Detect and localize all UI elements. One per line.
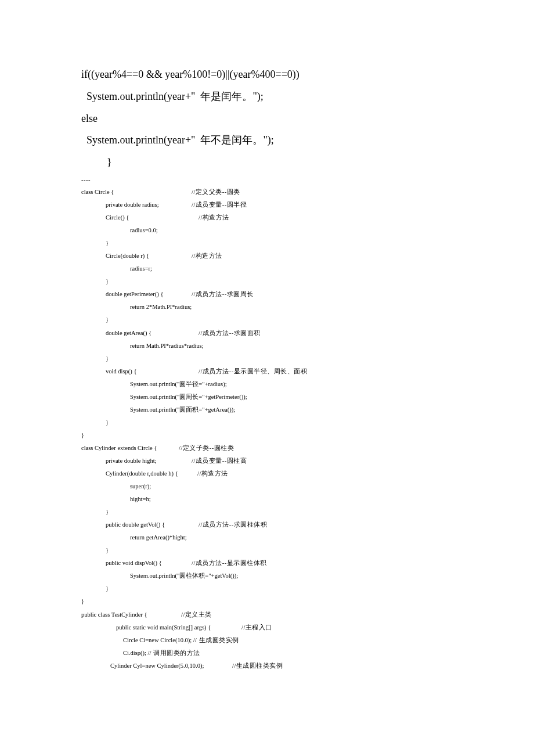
code-line: class Circle {//定义父类--圆类 xyxy=(81,186,453,199)
code-line: class Cylinder extends Circle {//定义子类--圆… xyxy=(81,442,453,455)
code-line: } xyxy=(106,506,453,519)
document-page: if((year%4==0 && year%100!=0)||(year%400… xyxy=(0,0,534,730)
code-line: private double radius;//成员变量--圆半径 xyxy=(106,199,453,211)
code-line: public double getVol() {//成员方法--求圆柱体积 xyxy=(106,519,453,531)
code-line: } xyxy=(106,352,453,365)
code-line: return getArea()*hight; xyxy=(130,531,453,544)
code-line: Circle(double r) {//构造方法 xyxy=(106,250,453,262)
code-line: System.out.println(year+" 年是闰年。"); xyxy=(81,86,453,108)
code-line: if((year%4==0 && year%100!=0)||(year%400… xyxy=(81,64,453,86)
code-line: public void dispVol() {//成员方法--显示圆柱体积 xyxy=(106,557,453,570)
code-line: return Math.PI*radius*radius; xyxy=(130,340,453,352)
code-line: void disp() {//成员方法--显示圆半径、周长、面积 xyxy=(106,365,453,378)
code-line: Cylinder(double r,double h) {//构造方法 xyxy=(106,467,453,480)
code-line: } xyxy=(106,314,453,326)
code-line: public class TestCylinder {//定义主类 xyxy=(81,609,453,621)
code-line: Ci.disp(); //调用圆类的方法 xyxy=(123,647,453,660)
code-line: double getPerimeter() {//成员方法--求圆周长 xyxy=(106,288,453,301)
code-line: System.out.println(year+" 年不是闰年。"); xyxy=(81,129,453,152)
code-line: double getArea() {//成员方法--求圆面积 xyxy=(106,327,453,340)
code-line: } xyxy=(106,237,453,250)
code-line: else xyxy=(81,108,453,130)
code-line: public static void main(String[] args) {… xyxy=(116,621,453,634)
code-line: } xyxy=(106,544,453,557)
code-line: System.out.println("圆半径="+radius); xyxy=(130,378,453,391)
code-line: System.out.println("圆周长="+getPerimeter()… xyxy=(130,391,453,404)
code-line: System.out.println("圆面积="+getArea()); xyxy=(130,404,453,416)
separator-dashes: ---- xyxy=(81,174,453,186)
code-line: hight=h; xyxy=(130,493,453,506)
small-code-block: class Circle {//定义父类--圆类 private double … xyxy=(81,186,453,672)
code-line: } xyxy=(81,595,453,608)
code-line: radius=0.0; xyxy=(130,224,453,237)
code-line: Cylinder Cyl=new Cylinder(5.0,10.0);//生成… xyxy=(110,660,453,672)
code-line: radius=r; xyxy=(130,262,453,275)
code-line: System.out.println("圆柱体积="+getVol()); xyxy=(130,570,453,582)
code-line: private double hight;//成员变量--圆柱高 xyxy=(106,455,453,467)
code-line: Circle() {//构造方法 xyxy=(106,211,453,224)
code-line: Circle Ci=new Circle(10.0); //生成圆类实例 xyxy=(123,634,453,647)
code-line: } xyxy=(106,275,453,288)
code-line: } xyxy=(106,582,453,595)
code-line: return 2*Math.PI*radius; xyxy=(130,301,453,314)
code-line: } xyxy=(81,429,453,442)
code-line: } xyxy=(106,416,453,429)
code-line: } xyxy=(107,152,453,174)
code-line: super(r); xyxy=(130,480,453,493)
large-code-block: if((year%4==0 && year%100!=0)||(year%400… xyxy=(81,64,453,174)
